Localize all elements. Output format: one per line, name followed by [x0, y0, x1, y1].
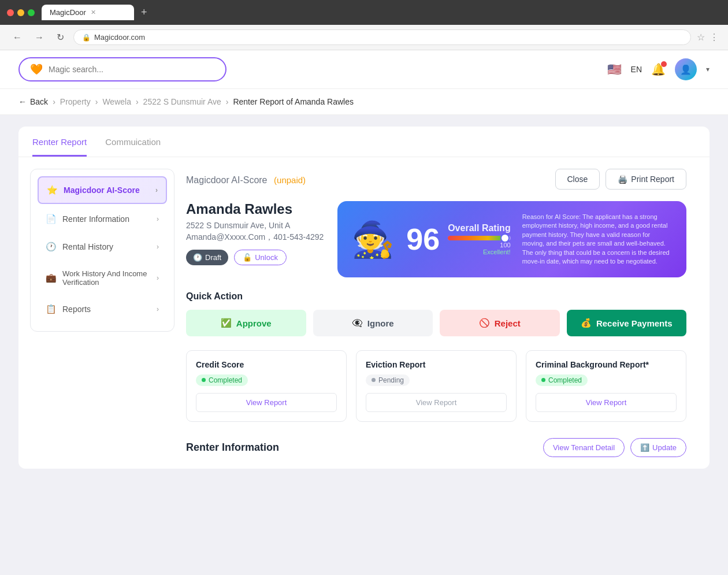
search-input[interactable]: [49, 65, 215, 74]
receive-payments-button[interactable]: 💰 Receive Payments: [567, 310, 687, 336]
clock-icon: 🕐: [46, 242, 57, 252]
forward-nav-button[interactable]: →: [31, 30, 47, 45]
main-layout: ⭐ Magicdoor AI-Score › 📄 Renter Informat…: [18, 157, 710, 469]
pending-dot: [372, 378, 376, 382]
clock-badge-icon: 🕐: [193, 253, 202, 262]
renter-info-section: Renter Information View Tenant Detail ⬆️…: [186, 438, 686, 457]
lang-text: EN: [631, 65, 642, 74]
new-tab-button[interactable]: +: [141, 6, 147, 18]
lock-icon: 🔒: [82, 34, 91, 42]
renter-name: Amanda Rawles: [186, 201, 324, 217]
report-cards: Credit Score Completed View Report Evict…: [186, 350, 686, 422]
renter-address: 2522 S Dunsmuir Ave, Unit A: [186, 221, 324, 230]
score-indicator-dot: [500, 233, 510, 243]
chevron-right-icon-work: ›: [157, 274, 159, 282]
tab-communication[interactable]: Commuication: [105, 127, 161, 157]
star-icon[interactable]: ☆: [697, 32, 705, 43]
criminal-view-button[interactable]: View Report: [536, 393, 677, 412]
print-report-button[interactable]: 🖨️ Print Report: [606, 169, 686, 190]
sidebar-label-ai-score: Magicdoor AI-Score: [64, 186, 140, 195]
upload-icon: ⬆️: [640, 443, 649, 452]
reload-nav-button[interactable]: ↻: [53, 29, 68, 45]
criminal-title: Criminal Background Report*: [536, 360, 677, 369]
browser-tab[interactable]: MagicDoor ✕: [42, 5, 134, 20]
update-button[interactable]: ⬆️ Update: [630, 438, 686, 457]
section-title: Magicdoor AI-Score (unpaid): [186, 173, 306, 186]
approve-label: Approve: [236, 318, 272, 328]
dot-yellow: [17, 9, 24, 16]
score-widget: 🧙 96 Overall Rating 100: [337, 201, 686, 277]
breadcrumb-wewela[interactable]: Wewela: [102, 97, 131, 106]
dot-red: [7, 9, 14, 16]
sidebar-label-reports: Reports: [62, 305, 91, 314]
approve-check-icon: ✅: [221, 318, 232, 328]
close-button[interactable]: Close: [555, 169, 600, 190]
breadcrumb-property[interactable]: Property: [60, 97, 91, 106]
tabs-container: Renter Report Commuication: [18, 127, 710, 157]
completed-dot-1: [202, 378, 206, 382]
tab-renter-report[interactable]: Renter Report: [32, 127, 87, 157]
back-button[interactable]: ← Back: [18, 97, 48, 106]
sidebar: ⭐ Magicdoor AI-Score › 📄 Renter Informat…: [30, 169, 174, 332]
draft-badge: 🕐 Draft: [186, 250, 228, 265]
notification-button[interactable]: 🔔: [651, 62, 666, 76]
renter-info-heading: Renter Information: [186, 442, 279, 454]
approve-button[interactable]: ✅ Approve: [186, 310, 306, 336]
document-icon: 📄: [46, 214, 57, 224]
sidebar-item-reports[interactable]: 📋 Reports ›: [38, 296, 167, 322]
back-arrow-icon: ←: [18, 97, 27, 106]
print-label: Print Report: [631, 175, 674, 184]
ignore-icon: 👁️‍🗨️: [352, 318, 363, 328]
criminal-status: Completed: [536, 374, 588, 386]
back-nav-button[interactable]: ←: [9, 30, 25, 45]
credit-score-card: Credit Score Completed View Report: [186, 350, 347, 422]
payments-label: Receive Payments: [596, 318, 673, 328]
sidebar-item-work-history[interactable]: 💼 Work History And Income Verification ›: [38, 262, 167, 294]
browser-chrome: MagicDoor ✕ +: [0, 0, 728, 25]
browser-dots: [7, 9, 35, 16]
credit-score-status-text: Completed: [209, 376, 242, 384]
score-mascot: 🧙: [351, 219, 395, 260]
menu-icon[interactable]: ⋮: [710, 32, 719, 43]
renter-info-left: Amanda Rawles 2522 S Dunsmuir Ave, Unit …: [186, 201, 324, 265]
header-right: 🇺🇸 EN 🔔 👤 ▾: [607, 58, 710, 80]
score-description: Reason for AI Score: The applicant has a…: [522, 213, 673, 266]
score-excellent-label: Excellent!: [448, 248, 510, 255]
credit-score-view-button[interactable]: View Report: [196, 393, 337, 412]
sidebar-item-rental-history[interactable]: 🕐 Rental History ›: [38, 234, 167, 259]
ignore-button[interactable]: 👁️‍🗨️ Ignore: [313, 310, 433, 336]
chevron-right-icon-ai: ›: [155, 186, 158, 194]
tab-close-icon[interactable]: ✕: [91, 9, 96, 16]
nav-right: ☆ ⋮: [697, 32, 719, 43]
breadcrumb-current: Renter Report of Amanda Rawles: [233, 97, 354, 106]
breadcrumb-address[interactable]: 2522 S Dunsmuir Ave: [143, 97, 221, 106]
payments-icon: 💰: [581, 318, 592, 328]
update-label: Update: [652, 443, 677, 452]
breadcrumb-sep-4: ›: [226, 97, 229, 106]
unlock-button[interactable]: 🔓 Unlock: [234, 250, 287, 265]
renter-card: Amanda Rawles 2522 S Dunsmuir Ave, Unit …: [186, 201, 686, 277]
reject-icon: 🚫: [479, 318, 490, 328]
score-bar: [448, 236, 510, 240]
reject-button[interactable]: 🚫 Reject: [440, 310, 560, 336]
nav-bar: ← → ↻ 🔒 Magicdoor.com ☆ ⋮: [0, 25, 728, 50]
avatar-chevron-icon[interactable]: ▾: [706, 65, 710, 73]
sidebar-label-work-history: Work History And Income Verification: [62, 269, 157, 287]
eviction-view-button[interactable]: View Report: [366, 393, 507, 412]
chevron-right-icon-rental: ›: [157, 243, 159, 251]
sidebar-item-left-work: 💼 Work History And Income Verification: [46, 269, 157, 287]
view-tenant-detail-button[interactable]: View Tenant Detail: [543, 438, 625, 457]
sidebar-item-renter-info[interactable]: 📄 Renter Information ›: [38, 206, 167, 232]
address-bar[interactable]: 🔒 Magicdoor.com: [73, 29, 691, 45]
search-bar[interactable]: 🧡: [18, 57, 226, 81]
draft-label: Draft: [205, 253, 221, 262]
avatar[interactable]: 👤: [675, 58, 697, 80]
sidebar-item-ai-score[interactable]: ⭐ Magicdoor AI-Score ›: [38, 176, 167, 204]
score-label: Overall Rating: [448, 223, 510, 233]
tab-title: MagicDoor: [50, 8, 86, 17]
completed-dot-2: [541, 378, 545, 382]
ignore-label: Ignore: [367, 318, 394, 328]
sidebar-item-left-reports: 📋 Reports: [46, 304, 91, 314]
eviction-title: Eviction Report: [366, 360, 507, 369]
eviction-status-text: Pending: [378, 376, 404, 384]
